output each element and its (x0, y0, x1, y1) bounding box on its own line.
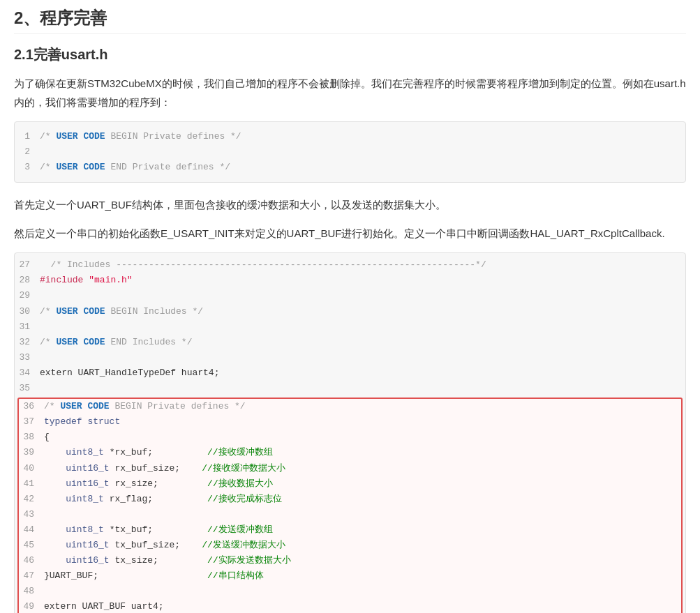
code-line: 32 /* USER CODE END Includes */ (15, 335, 685, 350)
code-text: }UART_BUF; //串口结构体 (44, 568, 264, 584)
code-line: 43 (19, 507, 681, 522)
code-text: /* USER CODE BEGIN Private defines */ (40, 129, 241, 144)
code-text (44, 507, 50, 522)
code-text: #include "main.h" (40, 273, 133, 288)
code-text (40, 319, 45, 335)
code-line: 41 uint16_t rx_size; //接收数据大小 (19, 476, 681, 492)
code-line: 35 (15, 381, 685, 396)
page-container: 2、程序完善 2.1完善usart.h 为了确保在更新STM32CubeMX的时… (0, 0, 700, 613)
code-line: 39 uint8_t *rx_buf; //接收缓冲数组 (19, 445, 681, 460)
code-text: uint16_t tx_size; //实际发送数据大小 (44, 553, 291, 568)
line-number: 1 (15, 129, 40, 144)
code-text: typedef struct (44, 414, 120, 430)
code-text: { (44, 430, 50, 445)
code-line: 2 (15, 144, 685, 160)
code-text (40, 288, 45, 303)
code-text: uint8_t *rx_buf; //接收缓冲数组 (44, 445, 273, 460)
code-text: /* USER CODE END Private defines */ (40, 160, 230, 175)
section-title: 2、程序完善 (14, 7, 686, 34)
code-line: 31 (15, 319, 685, 335)
code-text (40, 381, 45, 396)
code-line: 49 extern UART_BUF uart4; (19, 599, 681, 613)
code-text: uint16_t tx_buf_size; //发送缓冲数据大小 (44, 538, 285, 553)
code-line: 47 }UART_BUF; //串口结构体 (19, 568, 681, 584)
code-line: 28 #include "main.h" (15, 273, 685, 288)
paragraph-2: 首先定义一个UART_BUF结构体，里面包含接收的缓冲数据和大小，以及发送的数据… (14, 195, 686, 214)
code-inner: 27 /* Includes -------------------------… (15, 253, 685, 613)
code-text: /* USER CODE BEGIN Private defines */ (44, 399, 246, 414)
code-line: 46 uint16_t tx_size; //实际发送数据大小 (19, 553, 681, 568)
code-text: extern UART_BUF uart4; (44, 599, 164, 613)
code-text: /* Includes ----------------------------… (40, 257, 486, 273)
code-line: 34 extern UART_HandleTypeDef huart4; (15, 365, 685, 381)
large-code-block: 27 /* Includes -------------------------… (14, 252, 686, 613)
code-text: /* USER CODE END Includes */ (40, 335, 192, 350)
code-line: 44 uint8_t *tx_buf; //发送缓冲数组 (19, 522, 681, 538)
paragraph-3: 然后定义一个串口的初始化函数E_USART_INIT来对定义的UART_BUF进… (14, 224, 686, 243)
code-text: uint16_t rx_size; //接收数据大小 (44, 476, 273, 492)
code-line: 38 { (19, 430, 681, 445)
subsection-title: 2.1完善usart.h (14, 45, 686, 64)
code-line: 37 typedef struct (19, 414, 681, 430)
code-text (40, 350, 45, 365)
code-line: 1 /* USER CODE BEGIN Private defines */ (15, 129, 685, 144)
code-line: 45 uint16_t tx_buf_size; //发送缓冲数据大小 (19, 538, 681, 553)
small-code-block: 1 /* USER CODE BEGIN Private defines */ … (14, 121, 686, 183)
code-line: 27 /* Includes -------------------------… (15, 257, 685, 273)
highlight-block-1: 36 /* USER CODE BEGIN Private defines */… (17, 398, 683, 613)
code-text: uint8_t *tx_buf; //发送缓冲数组 (44, 522, 273, 538)
line-number: 3 (15, 160, 40, 175)
code-text (44, 584, 50, 599)
code-line: 48 (19, 584, 681, 599)
code-line: 42 uint8_t rx_flag; //接收完成标志位 (19, 492, 681, 507)
code-text: /* USER CODE BEGIN Includes */ (40, 304, 203, 319)
code-text (40, 144, 45, 160)
code-text: uint8_t rx_flag; //接收完成标志位 (44, 492, 282, 507)
line-number: 2 (15, 144, 40, 160)
code-line: 33 (15, 350, 685, 365)
code-line: 40 uint16_t rx_buf_size; //接收缓冲数据大小 (19, 461, 681, 476)
code-line: 30 /* USER CODE BEGIN Includes */ (15, 304, 685, 319)
intro-paragraph: 为了确保在更新STM32CubeMX的时候，我们自己增加的程序不会被删除掉。我们… (14, 74, 686, 112)
code-line: 29 (15, 288, 685, 303)
code-text: uint16_t rx_buf_size; //接收缓冲数据大小 (44, 461, 285, 476)
code-line: 36 /* USER CODE BEGIN Private defines */ (19, 399, 681, 414)
code-line: 3 /* USER CODE END Private defines */ (15, 160, 685, 175)
code-text: extern UART_HandleTypeDef huart4; (40, 365, 219, 381)
